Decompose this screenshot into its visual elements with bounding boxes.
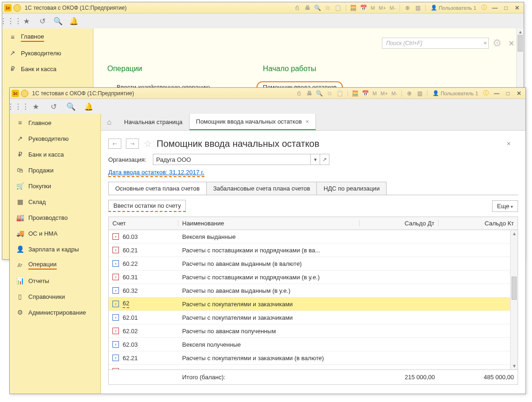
table-row[interactable]: т62.22Расчеты по авансам полученным (в в… (109, 365, 518, 369)
search-icon[interactable]: 🔍 (53, 15, 64, 26)
sidebar-item[interactable]: ≡Главное (2, 29, 93, 45)
memory-m-button[interactable]: M (370, 5, 376, 11)
history-icon[interactable]: ↺ (48, 101, 59, 112)
sidebar-item[interactable]: 👤Зарплата и кадры (10, 241, 100, 257)
col-account[interactable]: Счет (109, 220, 178, 227)
tab-close-icon[interactable]: × (306, 118, 309, 125)
tab-home-page[interactable]: Начальная страница (118, 114, 190, 130)
sidebar-item[interactable]: 🚚ОС и НМА (10, 225, 100, 241)
print-icon[interactable]: 🖶 (305, 89, 314, 98)
calendar-icon[interactable]: 📅 (361, 89, 370, 98)
search-input[interactable] (382, 38, 489, 49)
maximize-button[interactable]: □ (501, 4, 511, 12)
round-menu-icon[interactable] (13, 4, 21, 12)
bell-icon[interactable]: 🔔 (68, 15, 79, 26)
sidebar-item[interactable]: 📊Отчеты (10, 273, 100, 289)
hor-tab[interactable]: Основные счета плана счетов (108, 182, 207, 195)
calendar-icon[interactable]: 📅 (360, 4, 368, 12)
org-open-button[interactable]: ↗ (320, 154, 329, 165)
sidebar-item[interactable]: ₽Банк и касса (2, 61, 93, 77)
sidebar-item[interactable]: ↗Руководителю (10, 131, 100, 146)
search-icon[interactable]: 🔍 (66, 101, 77, 112)
grid-scrollbar[interactable]: ▲ ▼ (510, 230, 518, 369)
user-box[interactable]: 👤Пользователь 1 (429, 5, 478, 11)
print-icon[interactable]: 🖶 (303, 4, 312, 12)
printer-icon[interactable]: ⎙ (293, 4, 302, 12)
scroll-down-icon[interactable]: ▼ (512, 363, 517, 369)
enter-balance-button[interactable]: Ввести остатки по счету (108, 200, 186, 212)
table-row[interactable]: т60.32Расчеты по авансам выданным (в у.е… (109, 284, 518, 297)
table-row[interactable]: т60.03Векселя выданные (109, 230, 518, 244)
preview-icon[interactable]: 🔍 (315, 89, 324, 98)
sidebar-item[interactable]: ▦Склад (10, 194, 100, 210)
sidebar-item[interactable]: ₽Банк и касса (10, 146, 100, 162)
memory-mplus-button[interactable]: M+ (378, 5, 387, 11)
org-dropdown-button[interactable]: ▾ (310, 154, 320, 165)
apps-icon[interactable]: ⋮⋮⋮ (13, 101, 24, 112)
sidebar-item[interactable]: ▯Справочники (10, 289, 100, 304)
nav-back-button[interactable]: ← (108, 138, 121, 149)
user-box[interactable]: 👤Пользователь 1 (431, 90, 480, 96)
table-row[interactable]: т60.31Расчеты с поставщиками и подрядчик… (109, 270, 518, 284)
memory-mminus-button[interactable]: M- (391, 91, 399, 96)
date-link[interactable]: Дата ввода остатков: 31.12.2017 г. (108, 169, 204, 177)
memory-mplus-button[interactable]: M+ (380, 91, 389, 96)
table-row[interactable]: т62.02Расчеты по авансам полученным (109, 324, 518, 338)
gear-icon[interactable]: ⚙ (493, 37, 502, 49)
home-icon[interactable]: ⌂ (101, 118, 118, 126)
hor-tab[interactable]: Забалансовые счета плана счетов (206, 182, 317, 195)
memory-m-button[interactable]: M (372, 91, 378, 96)
sidebar-item[interactable]: ≡Главное (10, 115, 100, 131)
panel-icon[interactable]: ▥ (414, 4, 422, 12)
minimize-button[interactable]: — (490, 4, 499, 12)
bell-icon[interactable]: 🔔 (83, 101, 94, 112)
col-name[interactable]: Наименование (178, 220, 360, 227)
close-content-button[interactable]: ✕ (508, 39, 514, 48)
copy-icon[interactable]: ⧉ (326, 89, 334, 98)
search-clear-button[interactable]: × (483, 40, 487, 46)
zoom-icon[interactable]: ⊕ (403, 4, 412, 12)
table-row[interactable]: т62.21Расчеты с покупателями и заказчика… (109, 351, 518, 365)
sidebar-item[interactable]: 🏭Производство (10, 210, 100, 225)
sidebar-item[interactable]: ДтОперации (10, 257, 100, 273)
sidebar-item[interactable]: 🛍Продажи (10, 162, 100, 178)
page-close-button[interactable]: × (507, 140, 511, 147)
table-row[interactable]: т60.21Расчеты с поставщиками и подрядчик… (109, 244, 518, 257)
close-button[interactable]: ✕ (514, 90, 524, 97)
table-row[interactable]: т60.22Расчеты по авансам выданным (в вал… (109, 257, 518, 270)
panel-icon[interactable]: ▥ (415, 89, 424, 98)
favorite-star-icon[interactable]: ☆ (144, 138, 152, 149)
tab-balances-assistant[interactable]: Помощник ввода начальных остатков × (190, 114, 316, 130)
info-icon[interactable]: ⓘ (480, 4, 488, 12)
round-menu-icon[interactable] (21, 90, 28, 97)
info-icon[interactable]: ⓘ (482, 89, 490, 98)
scroll-up-icon[interactable]: ▲ (518, 29, 523, 34)
scroll-thumb[interactable] (512, 277, 517, 300)
paste-icon[interactable]: 📋 (334, 4, 342, 12)
copy-icon[interactable]: ⧉ (324, 4, 332, 12)
nav-forward-button[interactable]: → (126, 138, 139, 149)
preview-icon[interactable]: 🔍 (314, 4, 322, 12)
sidebar-item[interactable]: ↗Руководителю (2, 45, 93, 61)
paste-icon[interactable]: 📋 (336, 89, 344, 98)
printer-icon[interactable]: ⎙ (295, 89, 303, 98)
scroll-thumb[interactable] (518, 35, 523, 52)
calculator-icon[interactable]: 🧮 (351, 89, 360, 98)
hor-tab[interactable]: НДС по реализации (316, 182, 387, 195)
org-input[interactable]: Радуга ООО ▾ ↗ (153, 154, 329, 165)
col-debit[interactable]: Сальдо Дт (360, 220, 439, 227)
maximize-button[interactable]: □ (503, 90, 512, 97)
history-icon[interactable]: ↺ (37, 15, 48, 26)
memory-mminus-button[interactable]: M- (389, 5, 397, 11)
star-icon[interactable]: ★ (30, 101, 41, 112)
sidebar-item[interactable]: ⚙Администрирование (10, 304, 100, 320)
sidebar-item[interactable]: 🛒Покупки (10, 178, 100, 194)
scroll-up-icon[interactable]: ▲ (512, 231, 517, 236)
table-row[interactable]: т62Расчеты с покупателями и заказчиками (109, 297, 518, 311)
table-row[interactable]: т62.01Расчеты с покупателями и заказчика… (109, 311, 518, 324)
apps-icon[interactable]: ⋮⋮⋮ (5, 15, 16, 26)
more-button[interactable]: Еще (492, 200, 518, 212)
table-row[interactable]: т62.03Векселя полученные (109, 338, 518, 351)
col-credit[interactable]: Сальдо Кт (439, 220, 518, 227)
star-icon[interactable]: ★ (21, 15, 32, 26)
